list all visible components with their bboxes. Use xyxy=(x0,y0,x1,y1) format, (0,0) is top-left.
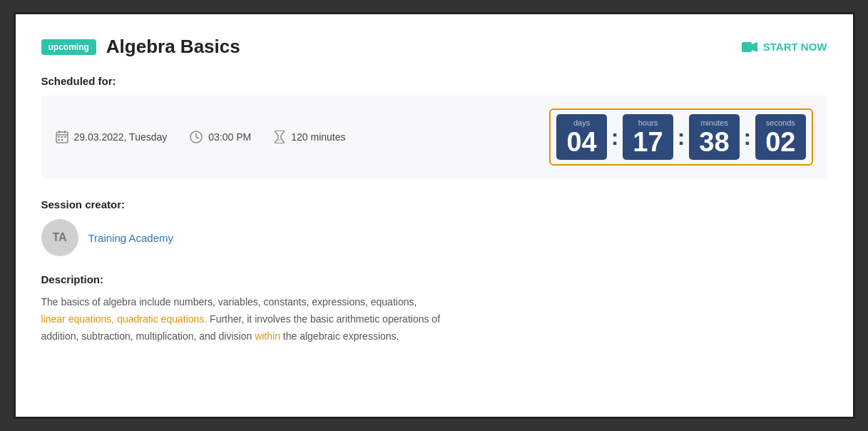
schedule-date: 29.03.2022, Tuesday xyxy=(56,131,168,143)
start-now-button[interactable]: START NOW xyxy=(742,41,827,53)
creator-row: TA Training Academy xyxy=(41,219,827,256)
desc-text-after: the algebraic expressions. xyxy=(283,330,399,342)
days-label: days xyxy=(566,118,596,127)
svg-marker-1 xyxy=(752,42,757,52)
svg-line-13 xyxy=(196,137,199,138)
svg-rect-6 xyxy=(58,136,60,138)
clock-icon xyxy=(190,131,203,143)
colon-1: : xyxy=(610,124,621,151)
svg-rect-10 xyxy=(61,139,63,141)
hours-label: hours xyxy=(633,118,663,127)
countdown-seconds: seconds 02 xyxy=(755,114,805,160)
colon-3: : xyxy=(742,124,753,151)
desc-text-before: The basics of algebra include numbers, v… xyxy=(41,296,417,308)
description-text: The basics of algebra include numbers, v… xyxy=(41,294,455,345)
schedule-duration: 120 minutes xyxy=(274,131,345,143)
desc-link-2: within xyxy=(255,330,280,342)
svg-rect-9 xyxy=(58,139,60,141)
countdown-minutes: minutes 38 xyxy=(689,114,739,160)
time-text: 03:00 PM xyxy=(208,131,251,143)
schedule-section: Scheduled for: 29.03.2022, Tue xyxy=(41,75,827,178)
schedule-info: 29.03.2022, Tuesday 03:00 PM xyxy=(56,131,346,143)
days-value: 04 xyxy=(566,128,596,156)
schedule-row: 29.03.2022, Tuesday 03:00 PM xyxy=(41,96,827,178)
colon-2: : xyxy=(676,124,687,151)
status-badge: upcoming xyxy=(41,39,96,55)
schedule-label: Scheduled for: xyxy=(41,75,827,87)
page-title: Algebra Basics xyxy=(106,36,240,58)
hourglass-icon xyxy=(274,131,285,143)
seconds-label: seconds xyxy=(765,118,795,127)
schedule-time: 03:00 PM xyxy=(190,131,251,143)
avatar: TA xyxy=(41,219,78,256)
camera-icon xyxy=(742,41,757,53)
hours-value: 17 xyxy=(633,128,663,156)
header: upcoming Algebra Basics START NOW xyxy=(41,36,827,58)
header-left: upcoming Algebra Basics xyxy=(41,36,240,58)
svg-rect-8 xyxy=(64,136,66,138)
minutes-label: minutes xyxy=(699,118,729,127)
main-container: upcoming Algebra Basics START NOW Schedu… xyxy=(14,12,855,419)
countdown-days: days 04 xyxy=(556,114,606,160)
start-now-label: START NOW xyxy=(763,41,827,53)
minutes-value: 38 xyxy=(699,128,729,156)
countdown-timer: days 04 : hours 17 : minutes 38 : second… xyxy=(549,108,812,166)
description-label: Description: xyxy=(41,273,827,285)
countdown-hours: hours 17 xyxy=(623,114,673,160)
svg-rect-7 xyxy=(61,136,63,138)
duration-text: 120 minutes xyxy=(291,131,345,143)
seconds-value: 02 xyxy=(765,128,795,156)
description-section: Description: The basics of algebra inclu… xyxy=(41,273,827,345)
creator-label: Session creator: xyxy=(41,198,827,211)
svg-rect-0 xyxy=(742,42,752,52)
desc-link-1: linear equations, quadratic equations. xyxy=(41,313,208,325)
creator-name: Training Academy xyxy=(88,232,174,244)
creator-section: Session creator: TA Training Academy xyxy=(41,198,827,256)
date-text: 29.03.2022, Tuesday xyxy=(74,131,168,143)
calendar-icon xyxy=(56,131,68,143)
